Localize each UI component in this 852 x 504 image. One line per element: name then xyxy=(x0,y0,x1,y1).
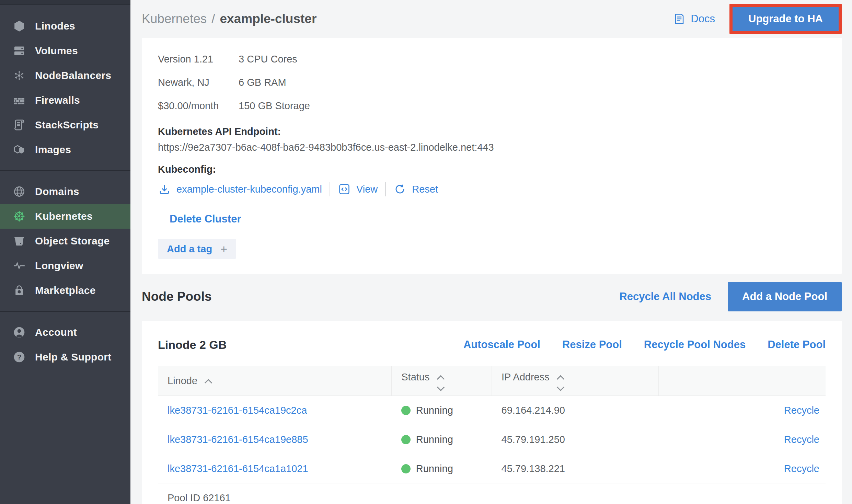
pool-actions: Autoscale Pool Resize Pool Recycle Pool … xyxy=(441,339,826,351)
download-icon[interactable] xyxy=(158,183,171,196)
status-running-icon xyxy=(401,464,411,473)
status-badge: Running xyxy=(416,463,453,474)
node-ip: 69.164.214.90 xyxy=(492,396,659,425)
status-running-icon xyxy=(401,406,411,415)
spec-cpu: 3 CPU Cores xyxy=(239,54,826,65)
kubeconfig-reset-link[interactable]: Reset xyxy=(412,184,438,195)
resize-pool-link[interactable]: Resize Pool xyxy=(562,339,622,351)
reset-icon[interactable] xyxy=(393,183,406,196)
sidebar-item-label: StackScripts xyxy=(35,119,99,131)
sidebar-item-label: Images xyxy=(35,144,71,156)
kubernetes-wheel-icon xyxy=(12,209,27,224)
sidebar-item-firewalls[interactable]: Firewalls xyxy=(0,88,130,113)
sidebar-item-stackscripts[interactable]: StackScripts xyxy=(0,113,130,137)
sidebar-item-help-support[interactable]: ? Help & Support xyxy=(0,345,130,369)
sidebar-item-account[interactable]: Account xyxy=(0,320,130,345)
header-actions: Docs Upgrade to HA xyxy=(673,4,842,34)
sidebar-item-marketplace[interactable]: Marketplace xyxy=(0,278,130,303)
nodebalancers-icon xyxy=(12,68,27,83)
column-header-status[interactable]: Status xyxy=(392,366,492,396)
sidebar-item-label: Volumes xyxy=(35,45,78,57)
sort-both-icon xyxy=(438,376,444,390)
breadcrumb-kubernetes-link[interactable]: Kubernetes xyxy=(142,12,207,26)
divider xyxy=(330,182,330,196)
cluster-summary-card: Version 1.21 3 CPU Cores Newark, NJ 6 GB… xyxy=(142,38,842,274)
sidebar-item-label: Longview xyxy=(35,260,83,272)
delete-cluster-button[interactable]: Delete Cluster xyxy=(170,213,241,225)
sidebar-item-label: Linodes xyxy=(35,20,75,32)
delete-pool-link[interactable]: Delete Pool xyxy=(768,339,826,351)
linode-icon xyxy=(12,19,27,34)
status-badge: Running xyxy=(416,405,453,416)
breadcrumb-separator: / xyxy=(211,12,215,26)
breadcrumb: Kubernetes / example-cluster xyxy=(142,12,316,26)
sidebar-item-label: NodeBalancers xyxy=(35,70,111,81)
sidebar-item-domains[interactable]: Domains xyxy=(0,179,130,204)
node-ip: 45.79.191.250 xyxy=(492,425,659,454)
node-ip: 45.79.138.221 xyxy=(492,454,659,483)
sidebar-item-linodes[interactable]: Linodes xyxy=(0,14,130,38)
volumes-icon xyxy=(12,43,27,58)
upgrade-to-ha-button[interactable]: Upgrade to HA xyxy=(733,7,839,31)
table-row: lke38731-62161-6154ca19c2ca Running 69.1… xyxy=(158,396,826,425)
column-header-linode[interactable]: Linode xyxy=(158,366,392,396)
node-link[interactable]: lke38731-62161-6154ca1a1021 xyxy=(168,463,308,474)
column-header-ip-address[interactable]: IP Address xyxy=(492,366,659,396)
sidebar-item-kubernetes[interactable]: Kubernetes xyxy=(0,204,130,229)
table-row: lke38731-62161-6154ca1a1021 Running 45.7… xyxy=(158,454,826,483)
sidebar-item-object-storage[interactable]: Object Storage xyxy=(0,229,130,253)
svg-text:?: ? xyxy=(17,353,22,361)
pool-id: Pool ID 62161 xyxy=(158,483,826,504)
page-header: Kubernetes / example-cluster Docs Upgrad… xyxy=(142,0,842,38)
kubeconfig-view-link[interactable]: View xyxy=(356,184,378,195)
divider xyxy=(385,182,386,196)
add-tag-button[interactable]: Add a tag + xyxy=(158,239,236,259)
view-code-icon[interactable] xyxy=(338,183,351,196)
sidebar-item-volumes[interactable]: Volumes xyxy=(0,38,130,63)
stackscripts-icon xyxy=(12,117,27,133)
help-icon: ? xyxy=(12,350,27,365)
breadcrumb-current-cluster: example-cluster xyxy=(220,12,317,26)
node-pools-title: Node Pools xyxy=(142,289,212,304)
annotation-highlight: Upgrade to HA xyxy=(729,4,842,34)
recycle-node-link[interactable]: Recycle xyxy=(784,405,819,416)
column-header-actions xyxy=(659,366,826,396)
app-window: Linodes Volumes NodeBalancers Firewalls xyxy=(0,0,852,504)
spec-price: $30.00/month xyxy=(158,100,239,112)
firewall-icon xyxy=(12,93,27,108)
sidebar-item-label: Domains xyxy=(35,186,79,197)
node-link[interactable]: lke38731-62161-6154ca19e885 xyxy=(168,434,308,445)
node-pool-card: Linode 2 GB Autoscale Pool Resize Pool R… xyxy=(142,321,842,504)
node-pools-actions: Recycle All Nodes Add a Node Pool xyxy=(619,282,842,311)
sidebar-item-images[interactable]: Images xyxy=(0,137,130,162)
add-node-pool-button[interactable]: Add a Node Pool xyxy=(728,282,842,311)
pulse-icon xyxy=(12,258,27,273)
node-link[interactable]: lke38731-62161-6154ca19c2ca xyxy=(168,405,307,416)
api-endpoint-label: Kubernetes API Endpoint: xyxy=(158,124,826,139)
account-icon xyxy=(12,325,27,340)
table-header-row: Linode Status IP Address xyxy=(158,366,826,396)
recycle-pool-nodes-link[interactable]: Recycle Pool Nodes xyxy=(644,339,746,351)
spec-storage: 150 GB Storage xyxy=(239,100,826,112)
pool-header: Linode 2 GB Autoscale Pool Resize Pool R… xyxy=(158,332,826,357)
sidebar-item-label: Marketplace xyxy=(35,285,96,296)
spec-version: Version 1.21 xyxy=(158,54,239,65)
docs-link[interactable]: Docs xyxy=(673,12,715,25)
sidebar-item-nodebalancers[interactable]: NodeBalancers xyxy=(0,63,130,88)
sidebar-item-longview[interactable]: Longview xyxy=(0,253,130,278)
images-icon xyxy=(12,142,27,157)
autoscale-pool-link[interactable]: Autoscale Pool xyxy=(463,339,540,351)
recycle-all-nodes-link[interactable]: Recycle All Nodes xyxy=(619,290,711,303)
globe-icon xyxy=(12,184,27,199)
pool-id-row: Pool ID 62161 xyxy=(158,483,826,504)
sidebar-item-label: Object Storage xyxy=(35,235,110,247)
recycle-node-link[interactable]: Recycle xyxy=(784,463,819,474)
sidebar: Linodes Volumes NodeBalancers Firewalls xyxy=(0,0,130,504)
kubeconfig-download-link[interactable]: example-cluster-kubeconfig.yaml xyxy=(176,184,322,195)
spec-region: Newark, NJ xyxy=(158,77,239,88)
spec-ram: 6 GB RAM xyxy=(239,77,826,88)
status-badge: Running xyxy=(416,434,453,445)
recycle-node-link[interactable]: Recycle xyxy=(784,434,819,445)
bucket-icon xyxy=(12,233,27,249)
kubeconfig-label: Kubeconfig: xyxy=(158,161,826,177)
